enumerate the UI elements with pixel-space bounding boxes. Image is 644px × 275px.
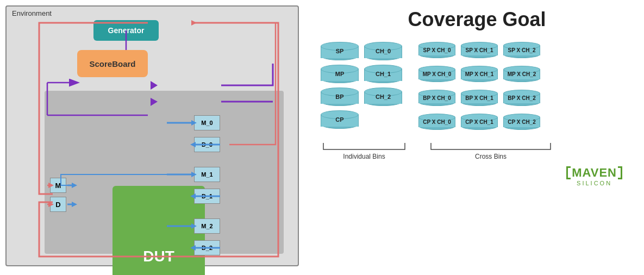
svg-marker-0 <box>191 20 197 26</box>
inner-gray-panel: DUT <box>45 91 284 254</box>
cp-label: CP <box>335 116 343 123</box>
d-box: D <box>50 197 66 212</box>
dut-box: DUT <box>112 186 205 275</box>
cross-mp-ch1: MP X CH_1 <box>461 66 498 82</box>
cross-bins-label: Cross Bins <box>475 153 507 160</box>
generator-box: Generator <box>93 20 159 41</box>
environment-box: Environment Generator ScoreBoard DUT M D… <box>5 5 299 266</box>
silicon-text: SILICON <box>577 180 612 186</box>
cross-label-11: CP X CH_2 <box>508 119 536 125</box>
cross-label-3: MP X CH_0 <box>423 71 452 77</box>
cross-label-5: MP X CH_2 <box>508 71 536 77</box>
cross-cp-ch1: CP X CH_1 <box>461 114 498 130</box>
cross-mp-ch0: MP X CH_0 <box>418 66 455 82</box>
svg-marker-1 <box>151 81 158 90</box>
cross-sp-ch0: SP X CH_0 <box>418 42 455 58</box>
cross-label-10: CP X CH_1 <box>465 119 493 125</box>
individual-brace-svg <box>321 142 408 152</box>
chan-d2: D_2 <box>194 240 220 255</box>
cross-sp-ch1: SP X CH_1 <box>461 42 498 58</box>
chan-m2: M_2 <box>194 218 220 234</box>
cross-bp-ch1: BP X CH_1 <box>461 90 498 106</box>
cross-label-8: BP X CH_2 <box>508 95 536 101</box>
ch2-cylinder: CH_2 <box>364 88 402 106</box>
bp-cylinder: BP <box>321 88 359 106</box>
chan-m0: M_0 <box>194 115 220 130</box>
sp-label: SP <box>336 48 344 54</box>
cross-mp-ch2: MP X CH_2 <box>503 66 540 82</box>
chan-d1: D_1 <box>194 189 220 204</box>
individual-bins-label: Individual Bins <box>343 153 385 160</box>
maven-bracket-left <box>566 166 571 179</box>
cross-cp-ch0: CP X CH_0 <box>418 114 455 130</box>
cross-bp-ch0: BP X CH_0 <box>418 90 455 106</box>
cross-label-1: SP X CH_1 <box>466 47 493 53</box>
cross-label-9: CP X CH_0 <box>423 119 451 125</box>
individual-bins-col1: SP MP BP CP <box>321 42 359 129</box>
cross-bins-grid: SP X CH_0 SP X CH_1 SP X CH_2 MP X CH_0 … <box>418 42 542 134</box>
ch1-cylinder: CH_1 <box>364 65 402 83</box>
generator-label: Generator <box>108 26 145 35</box>
scoreboard-box: ScoreBoard <box>77 50 148 77</box>
cross-brace-svg <box>428 142 553 152</box>
diagram-section: Environment Generator ScoreBoard DUT M D… <box>0 0 310 275</box>
maven-bracket-right <box>618 166 622 179</box>
maven-logo: MAVEN SILICON <box>321 166 633 186</box>
cross-label-4: MP X CH_1 <box>465 71 494 77</box>
cross-label-0: SP X CH_0 <box>423 47 451 53</box>
cp-cylinder: CP <box>321 110 359 129</box>
individual-bins-col2: CH_0 CH_1 CH_2 <box>364 42 402 106</box>
cross-sp-ch2: SP X CH_2 <box>503 42 540 58</box>
ch0-label: CH_0 <box>376 48 391 54</box>
dut-label: DUT <box>143 248 174 265</box>
ch2-label: CH_2 <box>376 93 391 100</box>
ch0-cylinder: CH_0 <box>364 42 402 60</box>
chan-m1: M_1 <box>194 167 220 182</box>
bins-area: SP MP BP CP <box>321 42 633 134</box>
sp-cylinder: SP <box>321 42 359 60</box>
env-label: Environment <box>12 9 52 17</box>
cross-label-7: BP X CH_1 <box>465 95 493 101</box>
cross-label-2: SP X CH_2 <box>508 47 536 53</box>
scoreboard-label: ScoreBoard <box>89 59 135 68</box>
individual-brace: Individual Bins <box>321 142 408 160</box>
d-label: D <box>55 201 60 209</box>
coverage-title: Coverage Goal <box>321 8 633 31</box>
m-label: M <box>55 182 61 190</box>
cross-label-6: BP X CH_0 <box>423 95 451 101</box>
bp-label: BP <box>335 93 343 100</box>
cross-brace: Cross Bins <box>428 142 553 160</box>
m-box: M <box>50 178 66 193</box>
cross-cp-ch2: CP X CH_2 <box>503 114 540 130</box>
maven-text: MAVEN <box>572 166 617 180</box>
mp-cylinder: MP <box>321 65 359 83</box>
chan-d0: D_0 <box>194 137 220 152</box>
cross-bp-ch2: BP X CH_2 <box>503 90 540 106</box>
right-section: Coverage Goal SP MP BP <box>310 0 644 275</box>
ch1-label: CH_1 <box>376 71 391 77</box>
mp-label: MP <box>335 71 345 77</box>
brace-label-area: Individual Bins Cross Bins <box>321 142 633 160</box>
